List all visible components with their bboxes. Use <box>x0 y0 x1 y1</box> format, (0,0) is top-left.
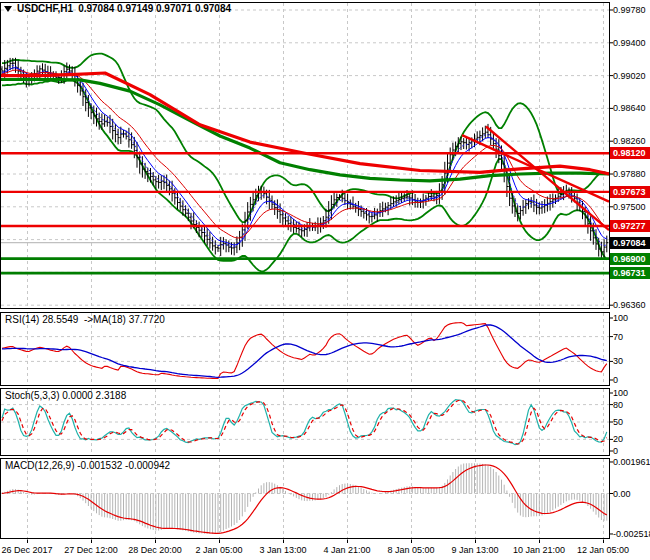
chart-ohlc-values: 0.97084 0.97149 0.97071 0.97084 <box>78 3 231 14</box>
stochastic-indicator-label: Stoch(5,3,3) 0.0000 2.3188 <box>5 390 126 401</box>
chart-title: USDCHF,H1 0.97084 0.97149 0.97071 0.9708… <box>4 3 231 14</box>
chart-symbol-period: USDCHF,H1 <box>17 3 73 14</box>
rsi-indicator-label: RSI(14) 28.5549 ->MA(18) 37.7720 <box>5 314 165 325</box>
macd-indicator-label: MACD(12,26,9) -0.001532 -0.000942 <box>5 460 170 471</box>
mt4-chart-window: USDCHF,H1 0.97084 0.97149 0.97071 0.9708… <box>0 0 650 560</box>
chart-canvas[interactable] <box>0 0 650 560</box>
chart-dropdown-icon[interactable] <box>4 6 12 12</box>
